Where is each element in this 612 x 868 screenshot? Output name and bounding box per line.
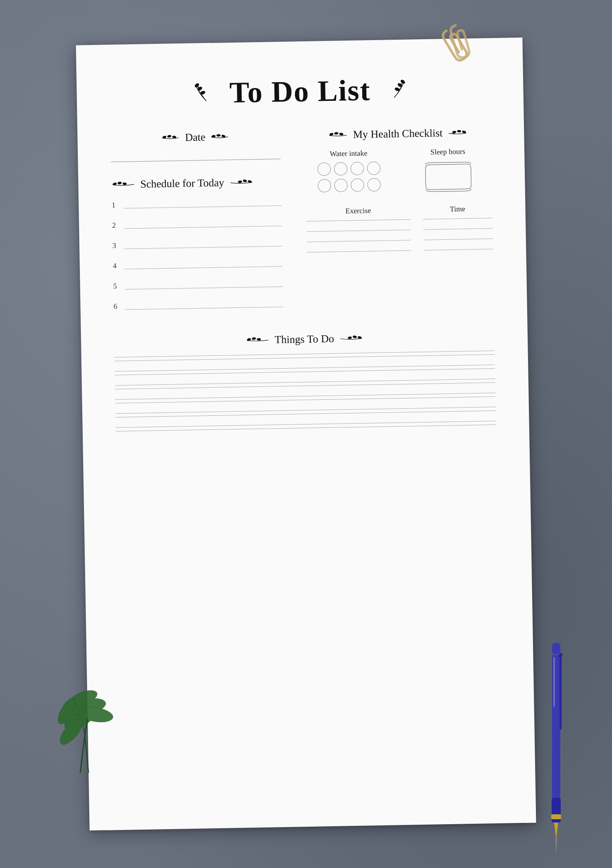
page-title: To Do List [229,73,371,110]
things-line-6a [116,421,496,428]
line-group-6 [116,421,496,432]
schedule-leaf-left [111,179,136,190]
time-label: Time [450,205,466,214]
svg-point-20 [339,133,344,136]
things-line-3b [115,382,495,389]
svg-point-13 [117,181,122,185]
things-section: Things To Do [114,330,496,432]
svg-rect-40 [551,814,561,819]
item-number-4: 4 [113,262,121,272]
svg-rect-47 [552,643,560,654]
line-group-2 [115,365,495,375]
sleep-box-svg [423,160,473,194]
svg-point-15 [238,180,242,183]
water-circle-3 [350,162,364,175]
svg-point-28 [257,338,261,341]
item-line-3 [124,246,282,249]
title-leaf-right [377,76,411,103]
water-circle-4 [367,162,380,175]
exercise-line-1 [306,219,411,222]
line-group-3 [115,379,495,389]
svg-marker-41 [554,823,558,839]
things-line-1a [115,351,495,358]
svg-point-19 [334,132,339,135]
svg-point-35 [78,705,114,725]
svg-point-36 [67,687,99,710]
health-header: My Health Checklist [305,126,491,142]
item-line-5 [125,286,282,290]
svg-point-27 [252,337,256,340]
item-number-2: 2 [112,221,120,231]
svg-point-33 [68,696,107,718]
water-section: Water intake [305,148,393,193]
left-column: Date [110,130,283,316]
things-line-5b [115,410,496,417]
svg-point-22 [457,130,461,133]
svg-point-16 [243,179,247,182]
svg-point-32 [61,703,98,734]
item-number-1: 1 [112,201,120,211]
schedule-label: Schedule for Today [140,176,224,191]
things-line-2b [115,368,495,375]
things-line-3a [115,379,495,386]
time-line-1 [423,218,492,219]
svg-point-10 [217,134,221,136]
svg-point-21 [452,131,457,134]
things-header: Things To Do [114,330,495,349]
things-line-5a [115,407,496,414]
svg-rect-45 [553,657,555,707]
paper-document: To Do List [76,38,536,831]
water-sleep-section: Water intake Sleep hours [305,147,492,198]
things-line-1b [115,354,495,361]
svg-rect-43 [559,655,562,730]
sleep-section: Sleep hours [404,147,492,196]
item-number-5: 5 [113,282,122,292]
svg-point-29 [347,336,352,339]
things-lines [115,351,496,432]
water-circle-1 [317,162,331,176]
water-circle-5 [318,179,331,193]
svg-point-14 [122,182,127,185]
paperclip-decoration [431,21,486,64]
schedule-item-1: 1 [112,198,281,211]
things-leaf-right [338,333,363,344]
date-leaf-right [210,132,230,142]
sleep-label: Sleep hours [404,147,492,157]
things-line-6b [116,424,496,432]
water-circle-8 [367,178,381,192]
health-leaf-left [328,130,349,140]
things-line-2a [115,365,495,372]
line-group-4 [115,393,495,403]
health-label: My Health Checklist [353,127,443,141]
exercise-section: Exercise Time [306,204,493,253]
exercise-row-1 [306,218,492,222]
schedule-section: Schedule for Today [111,176,283,316]
item-line-2 [124,226,281,229]
water-circle-6 [334,179,348,192]
item-line-4 [124,266,282,269]
things-line-4b [115,396,496,403]
things-leaf-left [246,334,270,346]
schedule-header: Schedule for Today [111,176,281,191]
item-line-1 [123,205,281,209]
schedule-list: 1 2 3 4 [112,198,283,316]
item-number-6: 6 [113,302,122,312]
schedule-leaf-right [228,177,253,188]
line-group-5 [115,407,496,417]
exercise-label: Exercise [345,206,371,215]
water-circle-2 [334,162,347,176]
two-column-layout: Date [110,126,494,316]
svg-marker-42 [555,838,557,856]
line-group-1 [115,351,495,361]
pen-decoration [542,641,571,856]
water-circle-7 [351,178,364,192]
water-circles [305,161,392,193]
title-leaf-left [189,80,223,107]
plant-decoration [53,656,138,781]
item-number-3: 3 [112,241,121,252]
svg-point-34 [56,715,86,748]
date-section: Date [110,130,280,162]
item-line-6 [125,307,283,310]
things-label: Things To Do [275,333,334,346]
health-leaf-right [447,128,467,138]
